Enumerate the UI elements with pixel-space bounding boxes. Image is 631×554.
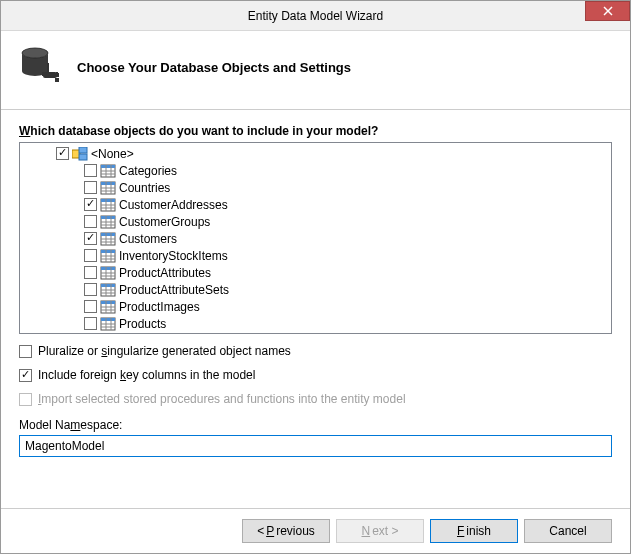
table-icon — [100, 249, 116, 263]
tree-item-label: Products — [119, 317, 166, 331]
table-icon — [100, 232, 116, 246]
svg-rect-5 — [55, 73, 59, 77]
close-button[interactable] — [585, 1, 630, 21]
tree-item[interactable]: ProductAttributeSets — [22, 281, 609, 298]
svg-rect-4 — [43, 72, 57, 78]
foreign-keys-checkbox[interactable] — [19, 369, 32, 382]
tree-item-checkbox[interactable] — [84, 300, 97, 313]
tree-item-label: CustomerGroups — [119, 215, 210, 229]
svg-rect-47 — [101, 267, 115, 270]
import-sp-label: Import selected stored procedures and fu… — [38, 392, 406, 406]
tree-item[interactable]: ProductAttributes — [22, 264, 609, 281]
tree-item-checkbox[interactable] — [84, 215, 97, 228]
tree-item[interactable]: CustomerGroups — [22, 213, 609, 230]
tree-item[interactable]: Products — [22, 315, 609, 332]
tree-item[interactable]: ProductImages — [22, 298, 609, 315]
prompt-text: Which database objects do you want to in… — [19, 124, 612, 138]
pluralize-label: Pluralize or singularize generated objec… — [38, 344, 291, 358]
svg-rect-59 — [101, 301, 115, 304]
next-button: Next > — [336, 519, 424, 543]
tree-item-label: InventoryStockItems — [119, 249, 228, 263]
svg-rect-23 — [101, 199, 115, 202]
svg-rect-11 — [101, 165, 115, 168]
table-icon — [100, 198, 116, 212]
tree-item-label: ProductImages — [119, 300, 200, 314]
previous-button[interactable]: < Previous — [242, 519, 330, 543]
tree-item[interactable]: CustomerAddresses — [22, 196, 609, 213]
table-icon — [100, 266, 116, 280]
tree-item-checkbox[interactable] — [84, 249, 97, 262]
tree-item-label: Categories — [119, 164, 177, 178]
tree-item[interactable]: Customers — [22, 230, 609, 247]
tree-item-checkbox[interactable] — [84, 283, 97, 296]
close-icon — [603, 6, 613, 16]
foreign-keys-label: Include foreign key columns in the model — [38, 368, 255, 382]
tree-root-checkbox[interactable] — [56, 147, 69, 160]
titlebar-title: Entity Data Model Wizard — [248, 9, 383, 23]
tree-item-checkbox[interactable] — [84, 198, 97, 211]
tree-item[interactable]: Categories — [22, 162, 609, 179]
svg-rect-35 — [101, 233, 115, 236]
svg-rect-29 — [101, 216, 115, 219]
tree-item-label: Customers — [119, 232, 177, 246]
table-icon — [100, 317, 116, 331]
cancel-button[interactable]: Cancel — [524, 519, 612, 543]
svg-rect-17 — [101, 182, 115, 185]
tree-root-label: <None> — [91, 147, 134, 161]
svg-rect-8 — [79, 147, 87, 153]
data-source-icon — [72, 147, 88, 161]
tree-item[interactable]: InventoryStockItems — [22, 247, 609, 264]
tree-item-checkbox[interactable] — [84, 164, 97, 177]
table-icon — [100, 164, 116, 178]
tree-root[interactable]: <None> — [22, 145, 609, 162]
titlebar: Entity Data Model Wizard — [1, 1, 630, 31]
header-title: Choose Your Database Objects and Setting… — [77, 60, 351, 75]
foreign-keys-option[interactable]: Include foreign key columns in the model — [19, 368, 612, 382]
tree-item-label: ProductAttributes — [119, 266, 211, 280]
database-icon — [19, 45, 63, 89]
svg-rect-6 — [55, 78, 59, 82]
svg-rect-65 — [101, 318, 115, 321]
table-icon — [100, 283, 116, 297]
wizard-window: Entity Data Model Wizard Choose Your Dat… — [0, 0, 631, 554]
tree-item-checkbox[interactable] — [84, 266, 97, 279]
finish-button[interactable]: Finish — [430, 519, 518, 543]
tree-item-label: CustomerAddresses — [119, 198, 228, 212]
wizard-content: Which database objects do you want to in… — [1, 110, 630, 508]
tree-item-checkbox[interactable] — [84, 317, 97, 330]
svg-rect-53 — [101, 284, 115, 287]
tree-item-label: Countries — [119, 181, 170, 195]
namespace-label: Model Namespace: — [19, 418, 612, 432]
table-icon — [100, 181, 116, 195]
table-icon — [100, 300, 116, 314]
tree-item[interactable]: Countries — [22, 179, 609, 196]
svg-rect-9 — [79, 154, 87, 160]
table-icon — [100, 215, 116, 229]
tree-item-label: ProductAttributeSets — [119, 283, 229, 297]
tree-item-checkbox[interactable] — [84, 181, 97, 194]
objects-tree[interactable]: <None> Categories Countries CustomerAddr… — [19, 142, 612, 334]
import-sp-option: Import selected stored procedures and fu… — [19, 392, 612, 406]
import-sp-checkbox — [19, 393, 32, 406]
tree-item-checkbox[interactable] — [84, 232, 97, 245]
pluralize-checkbox[interactable] — [19, 345, 32, 358]
pluralize-option[interactable]: Pluralize or singularize generated objec… — [19, 344, 612, 358]
wizard-header: Choose Your Database Objects and Setting… — [1, 31, 630, 110]
namespace-input[interactable] — [19, 435, 612, 457]
svg-rect-41 — [101, 250, 115, 253]
wizard-footer: < Previous Next > Finish Cancel — [1, 508, 630, 553]
